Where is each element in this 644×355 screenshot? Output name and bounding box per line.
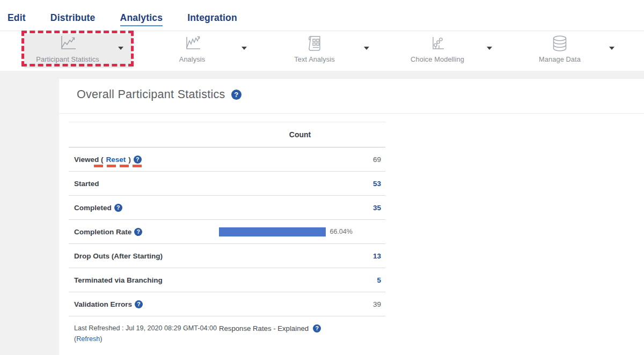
drop-outs-count[interactable]: 13 <box>219 252 381 260</box>
toolbar-item-label: Analysis <box>179 55 205 63</box>
participant-statistics-panel: Overall Participant Statistics Count Vie… <box>59 79 644 355</box>
help-icon[interactable] <box>313 324 321 332</box>
table-row-started: Started 53 <box>69 172 385 196</box>
page-title: Overall Participant Statistics <box>77 88 225 101</box>
reset-link[interactable]: Reset <box>106 156 126 164</box>
toolbar-item-label: Choice Modelling <box>411 55 464 63</box>
table-footer: Last Refreshed : Jul 19, 2020 08:29 GMT-… <box>69 323 385 344</box>
nav-item-integration[interactable]: Integration <box>187 12 237 26</box>
help-icon[interactable] <box>135 300 143 308</box>
analytics-toolbar: Participant Statistics Analysis <box>0 31 644 71</box>
table-row-completed: Completed 35 <box>69 196 385 220</box>
terminated-count[interactable]: 5 <box>219 276 381 284</box>
top-navigation: Edit Distribute Analytics Integration <box>0 0 644 31</box>
nav-item-analytics[interactable]: Analytics <box>120 12 163 26</box>
dropdown-caret-icon[interactable] <box>609 47 614 50</box>
count-column-header: Count <box>219 130 381 139</box>
completion-rate-value: 66.04% <box>330 228 352 235</box>
title-divider <box>59 113 644 114</box>
completion-rate-bar <box>219 227 326 236</box>
dropdown-caret-icon[interactable] <box>487 47 492 50</box>
dropdown-caret-icon[interactable] <box>118 47 123 50</box>
statistics-table: Count Viewed ( Reset ) 69 Started 53 Com… <box>69 122 385 344</box>
toolbar-item-analysis[interactable]: Analysis <box>135 31 249 71</box>
terminated-label: Terminated via Branching <box>74 276 163 284</box>
refresh-link[interactable]: Refresh <box>76 335 100 343</box>
table-row-validation-errors: Validation Errors 39 <box>69 292 385 316</box>
scatter-growth-icon <box>428 35 447 52</box>
line-chart-icon <box>182 35 202 52</box>
table-row-viewed: Viewed ( Reset ) 69 <box>69 147 385 172</box>
toolbar-item-label: Participant Statistics <box>36 55 99 63</box>
started-label: Started <box>74 180 99 188</box>
help-icon[interactable] <box>134 156 142 164</box>
completed-count[interactable]: 35 <box>219 204 381 212</box>
help-icon[interactable] <box>231 90 241 100</box>
annotation-red-dashed-underline <box>94 165 142 167</box>
toolbar-item-text-analysis[interactable]: Text Analysis <box>258 31 371 71</box>
toolbar-item-participant-statistics[interactable]: Participant Statistics <box>21 31 135 71</box>
line-chart-icon <box>58 35 77 52</box>
started-count[interactable]: 53 <box>219 180 381 188</box>
toolbar-item-label: Manage Data <box>539 55 581 63</box>
dropdown-caret-icon[interactable] <box>241 47 247 50</box>
database-icon <box>551 35 569 52</box>
help-icon[interactable] <box>134 228 142 236</box>
table-row-terminated: Terminated via Branching 5 <box>69 268 385 292</box>
toolbar-item-label: Text Analysis <box>294 55 334 63</box>
last-refreshed-text: Last Refreshed : Jul 19, 2020 08:29 GMT-… <box>74 323 219 344</box>
help-icon[interactable] <box>114 204 122 212</box>
viewed-count: 69 <box>219 156 381 164</box>
table-row-completion-rate: Completion Rate 66.04% <box>69 220 385 244</box>
last-refreshed-suffix: ) <box>100 335 102 343</box>
toolbar-item-choice-modelling[interactable]: Choice Modelling <box>380 31 494 71</box>
response-rates-explained-label: Response Rates - Explained <box>219 324 309 332</box>
nav-item-distribute[interactable]: Distribute <box>50 12 96 26</box>
nav-item-edit[interactable]: Edit <box>8 12 26 26</box>
dropdown-caret-icon[interactable] <box>364 47 369 50</box>
nav-items: Edit Distribute Analytics Integration <box>8 12 237 26</box>
viewed-label: Viewed ( <box>74 156 104 164</box>
completion-rate-label: Completion Rate <box>74 228 131 236</box>
drop-outs-label: Drop Outs (After Starting) <box>74 252 163 260</box>
document-grid-icon <box>305 35 324 52</box>
page-background: Overall Participant Statistics Count Vie… <box>0 71 644 355</box>
validation-errors-count: 39 <box>219 300 381 308</box>
viewed-label-suffix: ) <box>128 156 131 164</box>
table-row-drop-outs: Drop Outs (After Starting) 13 <box>69 244 385 268</box>
table-header-row: Count <box>69 122 385 147</box>
toolbar-item-manage-data[interactable]: Manage Data <box>503 31 617 71</box>
completed-label: Completed <box>74 204 112 212</box>
validation-errors-label: Validation Errors <box>74 300 132 308</box>
